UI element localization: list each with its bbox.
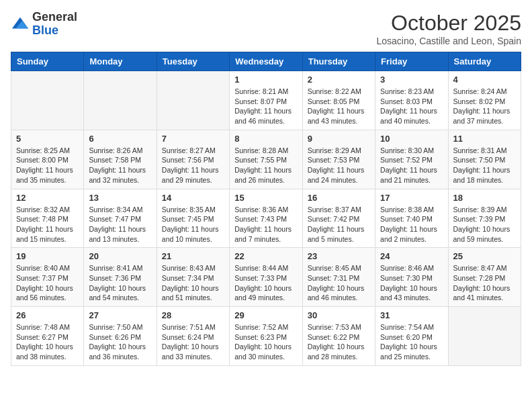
day-number: 7: [162, 134, 224, 144]
day-info: Sunrise: 8:37 AM Sunset: 7:42 PM Dayligh…: [308, 205, 370, 244]
col-sunday: Sunday: [11, 52, 84, 71]
day-info: Sunrise: 8:23 AM Sunset: 8:03 PM Dayligh…: [380, 87, 443, 126]
day-number: 15: [234, 193, 297, 203]
day-info: Sunrise: 8:31 AM Sunset: 7:50 PM Dayligh…: [453, 146, 516, 185]
day-number: 31: [380, 310, 443, 320]
day-info: Sunrise: 8:30 AM Sunset: 7:52 PM Dayligh…: [380, 146, 443, 185]
col-monday: Monday: [84, 52, 157, 71]
table-row: 27Sunrise: 7:50 AM Sunset: 6:26 PM Dayli…: [84, 307, 157, 366]
day-number: 30: [308, 310, 370, 320]
day-number: 24: [380, 251, 443, 261]
location-title: Losacino, Castille and Leon, Spain: [376, 36, 521, 46]
day-number: 8: [234, 134, 297, 144]
col-wednesday: Wednesday: [230, 52, 302, 71]
table-row: 19Sunrise: 8:40 AM Sunset: 7:37 PM Dayli…: [11, 248, 84, 307]
calendar-week-row: 12Sunrise: 8:32 AM Sunset: 7:48 PM Dayli…: [11, 189, 521, 248]
day-number: 2: [308, 75, 370, 85]
calendar-week-row: 19Sunrise: 8:40 AM Sunset: 7:37 PM Dayli…: [11, 248, 521, 307]
table-row: 16Sunrise: 8:37 AM Sunset: 7:42 PM Dayli…: [302, 189, 375, 248]
day-number: 11: [453, 134, 516, 144]
table-row: 15Sunrise: 8:36 AM Sunset: 7:43 PM Dayli…: [230, 189, 302, 248]
day-info: Sunrise: 8:35 AM Sunset: 7:45 PM Dayligh…: [162, 205, 224, 244]
calendar-week-row: 5Sunrise: 8:25 AM Sunset: 8:00 PM Daylig…: [11, 130, 521, 189]
table-row: 9Sunrise: 8:29 AM Sunset: 7:53 PM Daylig…: [302, 130, 375, 189]
table-row: [157, 71, 229, 130]
table-row: 7Sunrise: 8:27 AM Sunset: 7:56 PM Daylig…: [157, 130, 229, 189]
table-row: 21Sunrise: 8:43 AM Sunset: 7:34 PM Dayli…: [157, 248, 229, 307]
table-row: 6Sunrise: 8:26 AM Sunset: 7:58 PM Daylig…: [84, 130, 157, 189]
day-info: Sunrise: 8:27 AM Sunset: 7:56 PM Dayligh…: [162, 146, 224, 185]
day-number: 23: [308, 251, 370, 261]
day-number: 20: [89, 251, 151, 261]
day-number: 18: [453, 193, 516, 203]
month-title: October 2025: [376, 11, 521, 36]
table-row: 29Sunrise: 7:52 AM Sunset: 6:23 PM Dayli…: [230, 307, 302, 366]
day-number: 27: [89, 310, 151, 320]
col-thursday: Thursday: [302, 52, 375, 71]
calendar-header-row: Sunday Monday Tuesday Wednesday Thursday…: [11, 52, 521, 71]
table-row: 24Sunrise: 8:46 AM Sunset: 7:30 PM Dayli…: [375, 248, 448, 307]
day-number: 26: [16, 310, 79, 320]
table-row: [448, 307, 521, 366]
table-row: 20Sunrise: 8:41 AM Sunset: 7:36 PM Dayli…: [84, 248, 157, 307]
day-info: Sunrise: 8:44 AM Sunset: 7:33 PM Dayligh…: [234, 263, 297, 303]
day-info: Sunrise: 8:32 AM Sunset: 7:48 PM Dayligh…: [16, 205, 79, 244]
table-row: 12Sunrise: 8:32 AM Sunset: 7:48 PM Dayli…: [11, 189, 84, 248]
day-number: 14: [162, 193, 224, 203]
day-info: Sunrise: 8:47 AM Sunset: 7:28 PM Dayligh…: [453, 263, 516, 303]
day-info: Sunrise: 7:51 AM Sunset: 6:24 PM Dayligh…: [162, 322, 224, 362]
day-info: Sunrise: 8:40 AM Sunset: 7:37 PM Dayligh…: [16, 263, 79, 303]
day-number: 21: [162, 251, 224, 261]
day-number: 1: [234, 75, 297, 85]
day-number: 10: [380, 134, 443, 144]
title-area: October 2025 Losacino, Castille and Leon…: [376, 11, 521, 46]
day-info: Sunrise: 8:21 AM Sunset: 8:07 PM Dayligh…: [234, 87, 297, 126]
table-row: 25Sunrise: 8:47 AM Sunset: 7:28 PM Dayli…: [448, 248, 521, 307]
logo-text: General Blue: [32, 11, 77, 38]
day-number: 17: [380, 193, 443, 203]
table-row: 18Sunrise: 8:39 AM Sunset: 7:39 PM Dayli…: [448, 189, 521, 248]
day-info: Sunrise: 8:24 AM Sunset: 8:02 PM Dayligh…: [453, 87, 516, 126]
table-row: 26Sunrise: 7:48 AM Sunset: 6:27 PM Dayli…: [11, 307, 84, 366]
day-number: 9: [308, 134, 370, 144]
table-row: 14Sunrise: 8:35 AM Sunset: 7:45 PM Dayli…: [157, 189, 229, 248]
day-number: 13: [89, 193, 151, 203]
day-info: Sunrise: 8:25 AM Sunset: 8:00 PM Dayligh…: [16, 146, 79, 185]
day-number: 12: [16, 193, 79, 203]
table-row: 23Sunrise: 8:45 AM Sunset: 7:31 PM Dayli…: [302, 248, 375, 307]
day-number: 4: [453, 75, 516, 85]
table-row: 30Sunrise: 7:53 AM Sunset: 6:22 PM Dayli…: [302, 307, 375, 366]
day-info: Sunrise: 8:39 AM Sunset: 7:39 PM Dayligh…: [453, 205, 516, 244]
table-row: 11Sunrise: 8:31 AM Sunset: 7:50 PM Dayli…: [448, 130, 521, 189]
col-friday: Friday: [375, 52, 448, 71]
day-info: Sunrise: 7:48 AM Sunset: 6:27 PM Dayligh…: [16, 322, 79, 362]
day-info: Sunrise: 8:29 AM Sunset: 7:53 PM Dayligh…: [308, 146, 370, 185]
table-row: 3Sunrise: 8:23 AM Sunset: 8:03 PM Daylig…: [375, 71, 448, 130]
page-header: General Blue October 2025 Losacino, Cast…: [11, 11, 521, 46]
day-number: 5: [16, 134, 79, 144]
day-number: 16: [308, 193, 370, 203]
day-number: 19: [16, 251, 79, 261]
table-row: 22Sunrise: 8:44 AM Sunset: 7:33 PM Dayli…: [230, 248, 302, 307]
day-info: Sunrise: 7:54 AM Sunset: 6:20 PM Dayligh…: [380, 322, 443, 362]
table-row: 13Sunrise: 8:34 AM Sunset: 7:47 PM Dayli…: [84, 189, 157, 248]
table-row: 31Sunrise: 7:54 AM Sunset: 6:20 PM Dayli…: [375, 307, 448, 366]
table-row: 8Sunrise: 8:28 AM Sunset: 7:55 PM Daylig…: [230, 130, 302, 189]
table-row: 10Sunrise: 8:30 AM Sunset: 7:52 PM Dayli…: [375, 130, 448, 189]
table-row: 1Sunrise: 8:21 AM Sunset: 8:07 PM Daylig…: [230, 71, 302, 130]
day-info: Sunrise: 8:22 AM Sunset: 8:05 PM Dayligh…: [308, 87, 370, 126]
day-info: Sunrise: 8:41 AM Sunset: 7:36 PM Dayligh…: [89, 263, 151, 303]
day-info: Sunrise: 8:26 AM Sunset: 7:58 PM Dayligh…: [89, 146, 151, 185]
day-number: 25: [453, 251, 516, 261]
table-row: 17Sunrise: 8:38 AM Sunset: 7:40 PM Dayli…: [375, 189, 448, 248]
day-number: 29: [234, 310, 297, 320]
logo: General Blue: [11, 11, 77, 38]
table-row: [11, 71, 84, 130]
col-saturday: Saturday: [448, 52, 521, 71]
calendar-table: Sunday Monday Tuesday Wednesday Thursday…: [11, 52, 521, 366]
calendar-week-row: 26Sunrise: 7:48 AM Sunset: 6:27 PM Dayli…: [11, 307, 521, 366]
day-info: Sunrise: 8:28 AM Sunset: 7:55 PM Dayligh…: [234, 146, 297, 185]
day-number: 6: [89, 134, 151, 144]
table-row: 2Sunrise: 8:22 AM Sunset: 8:05 PM Daylig…: [302, 71, 375, 130]
table-row: 4Sunrise: 8:24 AM Sunset: 8:02 PM Daylig…: [448, 71, 521, 130]
